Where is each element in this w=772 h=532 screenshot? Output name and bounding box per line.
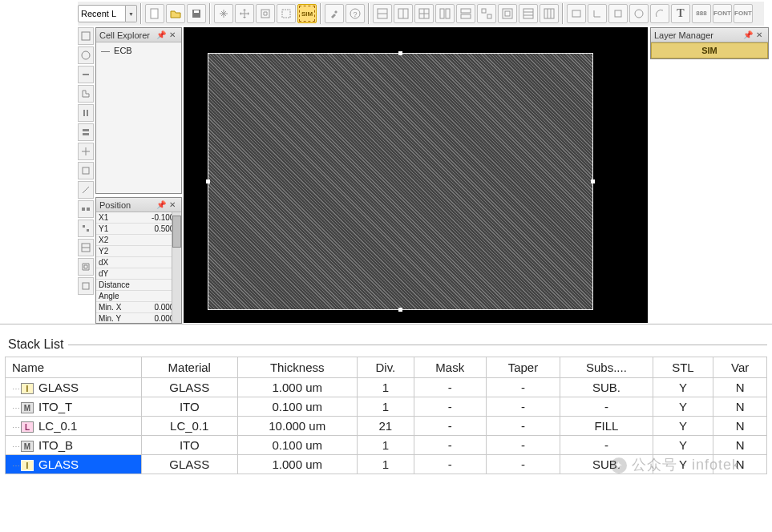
stack-cell-var: N	[713, 436, 767, 455]
stack-header[interactable]: Mask	[414, 357, 486, 378]
digits-icon[interactable]: 888	[692, 4, 711, 23]
grid-btn-3[interactable]	[414, 4, 434, 23]
zoom-region-icon[interactable]	[277, 4, 296, 23]
tools-icon[interactable]	[325, 4, 344, 23]
pan-icon[interactable]	[214, 4, 233, 23]
stack-cell-taper: -	[486, 397, 560, 417]
leftbar-btn-9[interactable]	[78, 181, 94, 199]
font-icon-2[interactable]: FONT	[734, 4, 753, 23]
leftbar-btn-8[interactable]	[78, 162, 94, 179]
svg-rect-12	[82, 244, 90, 252]
fit-icon[interactable]	[256, 4, 275, 23]
grid-btn-1[interactable]	[373, 4, 392, 23]
stack-cell-taper: -	[486, 455, 560, 474]
stack-cell-stl: Y	[653, 417, 713, 436]
tree-collapse-icon[interactable]: —	[101, 46, 110, 55]
recent-files-input[interactable]	[78, 5, 126, 22]
leftbar-btn-7[interactable]	[78, 143, 94, 160]
svg-point-1	[82, 51, 90, 59]
shape-square-icon[interactable]	[608, 4, 628, 23]
leftbar-btn-6[interactable]	[78, 123, 94, 141]
position-scrollbar[interactable]	[172, 212, 181, 323]
grid-btn-5[interactable]	[456, 4, 475, 23]
layer-type-badge: I	[21, 460, 34, 471]
pin-icon[interactable]: 📌	[156, 30, 167, 41]
svg-rect-24	[440, 9, 444, 18]
table-row[interactable]: ⋯MITO_BITO0.100 um1---YN	[6, 436, 767, 455]
position-key: X2	[96, 235, 135, 246]
stack-header[interactable]: Taper	[486, 357, 560, 378]
cell-explorer-title: Cell Explorer	[99, 30, 150, 40]
layer-sim-row[interactable]: SIM	[651, 42, 768, 58]
leftbar-btn-11[interactable]	[78, 220, 94, 237]
resize-handle-left[interactable]	[206, 179, 210, 183]
leftbar-btn-14[interactable]	[78, 277, 94, 295]
pin-icon[interactable]: 📌	[742, 30, 754, 41]
text-tool-icon[interactable]: T	[671, 4, 690, 23]
layer-type-badge: M	[21, 402, 34, 413]
tree-dots-icon: ⋯	[12, 385, 19, 393]
stack-header[interactable]: Var	[713, 357, 767, 378]
svg-rect-28	[482, 9, 486, 13]
leftbar-btn-1[interactable]	[78, 27, 94, 45]
stack-header[interactable]: STL	[653, 357, 713, 378]
shape-arc-icon[interactable]	[650, 4, 669, 23]
table-row[interactable]: ⋯MITO_TITO0.100 um1---YN	[6, 397, 767, 417]
close-icon[interactable]: ✕	[167, 200, 178, 211]
stack-cell-div: 1	[357, 397, 414, 417]
leftbar-btn-13[interactable]	[78, 258, 94, 276]
leftbar-btn-10[interactable]	[78, 200, 94, 218]
leftbar-btn-4[interactable]	[78, 85, 94, 103]
new-file-icon[interactable]	[145, 4, 164, 23]
shape-l-icon[interactable]	[588, 4, 607, 23]
title-rule	[68, 345, 767, 345]
svg-rect-16	[194, 10, 199, 13]
table-row[interactable]: ⋯IGLASSGLASS1.000 um1--SUB.YN	[6, 378, 767, 397]
open-file-icon[interactable]	[166, 4, 185, 23]
svg-rect-21	[378, 9, 387, 18]
grid-btn-9[interactable]	[540, 4, 559, 23]
stack-header[interactable]: Subs....	[560, 357, 653, 378]
stack-cell-subs: -	[560, 436, 653, 455]
stack-cell-thickness: 0.100 um	[237, 436, 357, 455]
save-file-icon[interactable]	[187, 4, 206, 23]
stack-list-title: Stack List	[8, 337, 63, 352]
grid-btn-2[interactable]	[394, 4, 413, 23]
leftbar-btn-2[interactable]	[78, 46, 94, 64]
svg-rect-5	[83, 129, 89, 131]
design-rectangle[interactable]	[208, 53, 593, 310]
move-icon[interactable]	[235, 4, 254, 23]
stack-header[interactable]: Name	[6, 357, 142, 378]
svg-rect-23	[419, 9, 429, 18]
stack-header[interactable]: Div.	[357, 357, 414, 378]
shape-circle-icon[interactable]	[629, 4, 649, 23]
resize-handle-right[interactable]	[591, 179, 595, 183]
grid-btn-7[interactable]	[498, 4, 517, 23]
leftbar-btn-12[interactable]	[78, 239, 94, 256]
table-row[interactable]: ⋯LLC_0.1LC_0.110.000 um21--FILLYN	[6, 417, 767, 436]
info-icon[interactable]: ?	[346, 4, 365, 23]
cell-tree-item[interactable]: ECB	[114, 46, 132, 55]
svg-text:?: ?	[353, 10, 357, 18]
leftbar-btn-3[interactable]	[78, 66, 94, 83]
layer-name: ITO_T	[38, 400, 72, 413]
pin-icon[interactable]: 📌	[156, 200, 167, 211]
resize-handle-bottom[interactable]	[398, 308, 402, 312]
grid-btn-6[interactable]	[477, 4, 496, 23]
stack-header[interactable]: Thickness	[237, 357, 357, 378]
stack-cell-mask: -	[414, 417, 486, 436]
recent-files-dropdown[interactable]: ▼	[126, 5, 137, 22]
grid-btn-4[interactable]	[435, 4, 455, 23]
close-icon[interactable]: ✕	[754, 30, 765, 41]
font-icon-1[interactable]: FONT	[713, 4, 732, 23]
shape-rect-icon[interactable]	[567, 4, 586, 23]
sim-button[interactable]: SIM	[297, 4, 317, 23]
stack-cell-var: N	[713, 397, 767, 417]
grid-btn-8[interactable]	[519, 4, 538, 23]
design-viewport[interactable]	[184, 27, 648, 323]
close-icon[interactable]: ✕	[167, 30, 178, 41]
svg-rect-6	[83, 133, 89, 135]
leftbar-btn-5[interactable]	[78, 104, 94, 122]
resize-handle-top[interactable]	[398, 51, 402, 55]
stack-header[interactable]: Material	[141, 357, 237, 378]
